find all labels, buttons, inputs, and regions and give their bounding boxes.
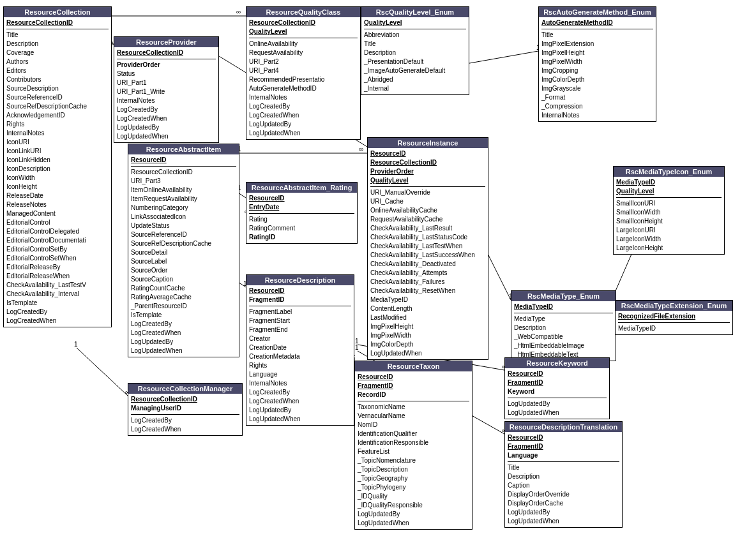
entity-header-resource-collection-manager: ResourceCollectionManager (128, 384, 242, 394)
entity-header-resource-provider: ResourceProvider (114, 37, 218, 47)
entity-resource-collection: ResourceCollection ResourceCollectionID … (3, 6, 112, 327)
entity-header-resource-description: ResourceDescription (246, 275, 354, 285)
svg-text:∞: ∞ (359, 146, 363, 153)
svg-text:1: 1 (355, 344, 359, 351)
entity-header-resource-collection: ResourceCollection (4, 7, 111, 17)
entity-rsc-quality-level-enum: RscQualityLevel_Enum QualityLevel Abbrev… (361, 6, 469, 95)
entity-header-rsc-media-type-icon-enum: RscMediaTypeIcon_Enum (614, 167, 724, 177)
svg-text:1: 1 (74, 341, 78, 348)
entity-resource-taxon: ResourceTaxon ResourceID FragmentID Reco… (354, 361, 472, 530)
entity-header-resource-quality-class: ResourceQualityClass (246, 7, 360, 17)
entity-resource-collection-manager: ResourceCollectionManager ResourceCollec… (128, 383, 243, 436)
svg-line-20 (485, 249, 511, 300)
entity-resource-abstract-item: ResourceAbstractItem ResourceID Resource… (128, 144, 239, 357)
entity-resource-keyword: ResourceKeyword ResourceID FragmentID Ke… (504, 357, 610, 419)
entity-header-resource-abstract-item-rating: ResourceAbstractItem_Rating (246, 183, 357, 193)
entity-header-resource-keyword: ResourceKeyword (505, 358, 609, 368)
entity-resource-quality-class: ResourceQualityClass ResourceCollectionI… (246, 6, 361, 140)
entity-header-resource-instance: ResourceInstance (368, 138, 488, 148)
entity-header-resource-taxon: ResourceTaxon (355, 361, 472, 371)
entity-header-rsc-media-type-enum: RscMediaType_Enum (511, 291, 616, 301)
entity-resource-provider: ResourceProvider ResourceCollectionID Pr… (114, 36, 219, 143)
entity-rsc-media-type-icon-enum: RscMediaTypeIcon_Enum MediaTypeID Qualit… (613, 166, 725, 255)
svg-text:1: 1 (355, 338, 359, 345)
entity-header-resource-description-translation: ResourceDescriptionTranslation (505, 422, 622, 432)
field-resourcecollectionid: ResourceCollectionID (6, 19, 109, 27)
entity-header-resource-abstract-item: ResourceAbstractItem (128, 144, 239, 154)
entity-header-rsc-quality-level-enum: RscQualityLevel_Enum (361, 7, 469, 17)
entity-resource-abstract-item-rating: ResourceAbstractItem_Rating ResourceID E… (246, 182, 358, 244)
svg-line-37 (77, 348, 128, 396)
entity-resource-description: ResourceDescription ResourceID FragmentI… (246, 274, 354, 426)
entity-rsc-auto-generate-method-enum: RscAutoGenerateMethod_Enum AutoGenerateM… (538, 6, 656, 122)
entity-header-rsc-media-type-extension-enum: RscMediaTypeExtension_Enum (616, 301, 732, 311)
diagram-container: 1 ∞ 1 ∞ ∞ 1 ∞ 1 1 ∞ 1 ∞ ∞ 1 ∞ 1 ∞ (0, 0, 756, 545)
entity-resource-instance: ResourceInstance ResourceID ResourceColl… (367, 137, 488, 360)
entity-rsc-media-type-enum: RscMediaType_Enum MediaTypeID MediaType … (511, 290, 616, 361)
svg-text:∞: ∞ (236, 8, 241, 15)
entity-rsc-media-type-extension-enum: RscMediaTypeExtension_Enum RecognizedFil… (615, 300, 733, 335)
entity-header-rsc-auto-generate-method-enum: RscAutoGenerateMethod_Enum (539, 7, 656, 17)
entity-resource-description-translation: ResourceDescriptionTranslation ResourceI… (504, 421, 623, 528)
